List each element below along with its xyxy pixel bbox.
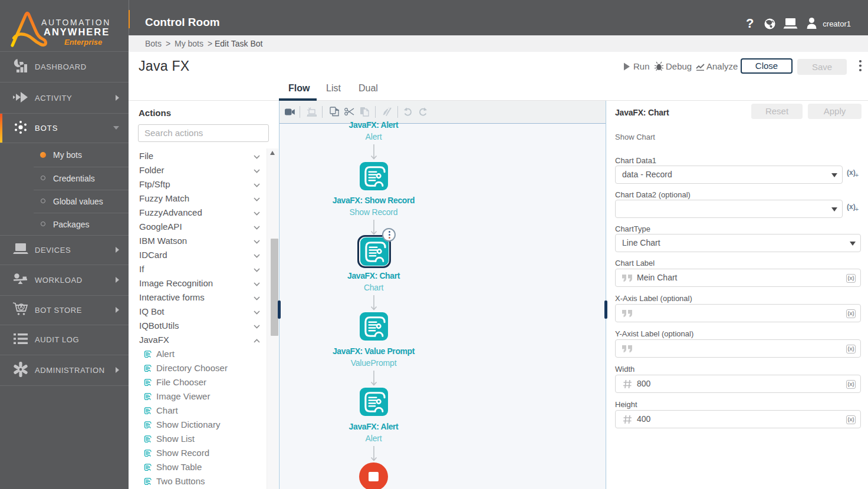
svg-text:Enterprise: Enterprise (64, 38, 102, 47)
svg-text:AUTOMATION: AUTOMATION (41, 18, 111, 27)
svg-text:ANYWHERE: ANYWHERE (44, 27, 110, 37)
